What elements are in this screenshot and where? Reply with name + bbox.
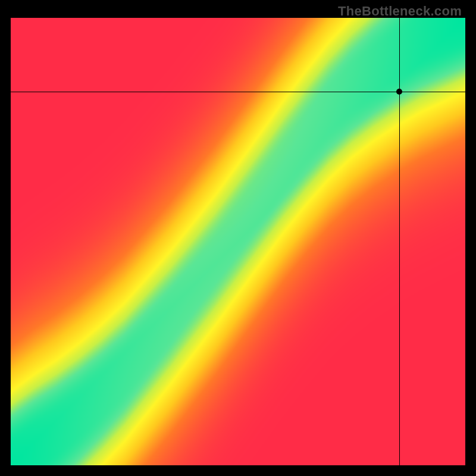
- heatmap-canvas: [11, 18, 465, 465]
- watermark-text: TheBottleneck.com: [338, 4, 462, 19]
- heatmap-plot: [11, 18, 465, 465]
